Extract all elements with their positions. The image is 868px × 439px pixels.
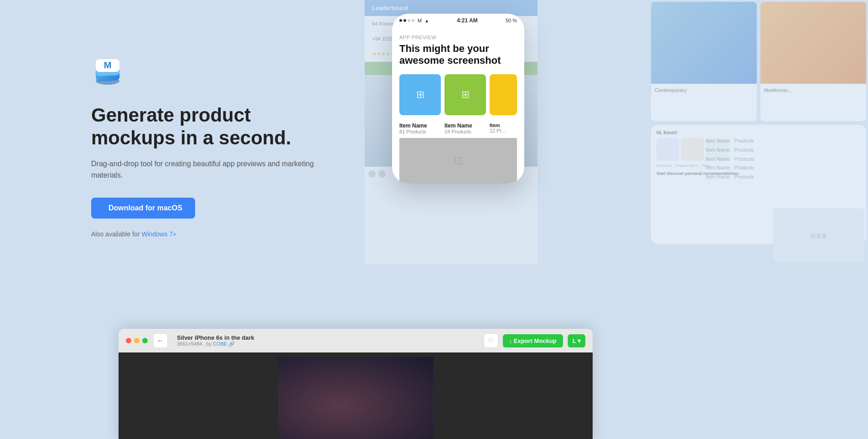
grid-label-1: Item Name 81 Products bbox=[399, 121, 441, 134]
maximize-button[interactable] bbox=[142, 338, 148, 343]
download-button[interactable]: Download for macOS bbox=[91, 198, 195, 219]
grid-item-yellow bbox=[490, 74, 517, 115]
minimize-button[interactable] bbox=[134, 338, 140, 343]
phone-status-bar: M ▲ 4:21 AM 50 % bbox=[392, 14, 524, 27]
logo-wrapper: M bbox=[91, 55, 328, 89]
phone-mockup: M ▲ 4:21 AM 50 % APP PREVIEW This might … bbox=[392, 14, 524, 184]
app-window: ← Silver iPhone 6s in the dark 3661×5484… bbox=[119, 329, 593, 439]
app-preview-title: This might be your awesome screenshot bbox=[399, 43, 517, 67]
app-preview-label: APP PREVIEW bbox=[399, 35, 517, 40]
phone-app-content: APP PREVIEW This might be your awesome s… bbox=[392, 27, 524, 184]
window-titlebar: ← Silver iPhone 6s in the dark 3661×5484… bbox=[119, 329, 593, 352]
export-button[interactable]: ↓ Export Mockup bbox=[503, 334, 563, 347]
bg-card-label: Contemporary bbox=[651, 84, 757, 97]
grid-label-3: Item 12 Pr... bbox=[490, 121, 517, 134]
app-logo: M bbox=[91, 55, 124, 87]
hero-section: M Generate product mockups in a second. … bbox=[91, 55, 328, 238]
traffic-lights bbox=[126, 338, 148, 343]
grid-item-green: ⊞ bbox=[444, 74, 486, 115]
phone-battery: 50 % bbox=[506, 18, 517, 23]
phone-labels-row: Item Name 81 Products Item Name 24 Produ… bbox=[399, 119, 517, 138]
window-content bbox=[119, 352, 593, 439]
grid-item-blue: ⊞ bbox=[399, 74, 441, 115]
bg-right-mockups: Contemporary Mediterran... Hi, Kevin! Sn… bbox=[649, 0, 868, 266]
back-button[interactable]: ← bbox=[153, 333, 168, 348]
phone-carrier: M ▲ bbox=[399, 18, 429, 23]
mockup-preview-image bbox=[278, 357, 433, 439]
close-button[interactable] bbox=[126, 338, 131, 343]
window-title: Silver iPhone 6s in the dark bbox=[177, 334, 254, 341]
svg-text:M: M bbox=[104, 60, 112, 70]
bg-item-products: Item Name Products Item Name Products It… bbox=[706, 137, 754, 182]
download-button-label: Download for macOS bbox=[108, 204, 182, 212]
phone-grid: ⊞ ⊞ bbox=[399, 74, 517, 115]
phone-bottom-placeholder: ⊡ bbox=[399, 138, 517, 184]
bg-card-label: Mediterran... bbox=[760, 84, 866, 97]
favorite-button[interactable]: ♡ bbox=[484, 333, 498, 348]
author-link[interactable]: COBE bbox=[213, 341, 227, 347]
grid-label-2: Item Name 24 Products bbox=[444, 121, 486, 134]
also-available-text: Also available for Windows 7+ bbox=[91, 230, 328, 238]
export-dropdown-button[interactable]: L ▾ bbox=[568, 334, 585, 347]
image-placeholder-icon: ⊞ bbox=[461, 89, 470, 101]
hero-subtitle: Drag-and-drop tool for creating beautifu… bbox=[91, 158, 328, 181]
hero-title: Generate product mockups in a second. bbox=[91, 104, 328, 150]
bg-recommendations-text: Start discover personal recommendations bbox=[656, 171, 861, 176]
windows-link[interactable]: Windows 7+ bbox=[142, 230, 177, 238]
image-placeholder-icon: ⊞ bbox=[416, 89, 424, 101]
phone-time: 4:21 AM bbox=[457, 17, 478, 24]
window-info: Silver iPhone 6s in the dark 3661×5484 ,… bbox=[177, 334, 254, 347]
window-meta: 3661×5484 , by COBE 🔗 bbox=[177, 341, 254, 347]
window-actions: ♡ ↓ Export Mockup L ▾ bbox=[484, 333, 585, 348]
